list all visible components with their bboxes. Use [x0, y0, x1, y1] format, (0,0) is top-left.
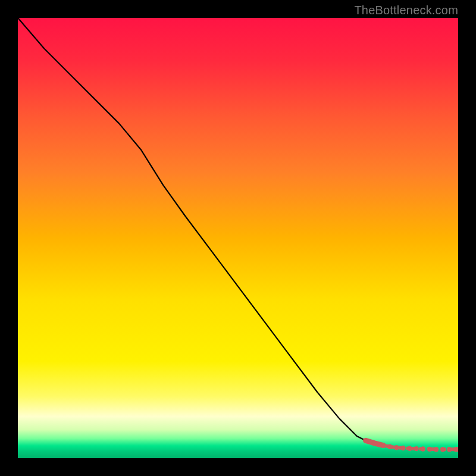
tail-point — [434, 447, 439, 452]
tail-point — [407, 446, 412, 451]
tail-point — [447, 447, 452, 452]
tail-point — [440, 447, 445, 452]
curve-series — [18, 18, 370, 443]
optimal-tail-series — [363, 438, 458, 452]
tail-point — [387, 444, 392, 449]
chart-overlay — [18, 18, 458, 458]
tail-point — [394, 445, 399, 450]
tail-point — [427, 447, 432, 452]
tail-point — [372, 441, 377, 446]
chart-stage: TheBottleneck.com — [0, 0, 476, 476]
plot-area — [18, 18, 458, 458]
tail-point — [414, 446, 419, 451]
tail-point — [400, 446, 405, 450]
watermark-text: TheBottleneck.com — [354, 4, 458, 17]
tail-point — [421, 446, 425, 451]
tail-point — [363, 438, 368, 443]
main-curve — [18, 18, 370, 443]
tail-point — [381, 443, 386, 447]
